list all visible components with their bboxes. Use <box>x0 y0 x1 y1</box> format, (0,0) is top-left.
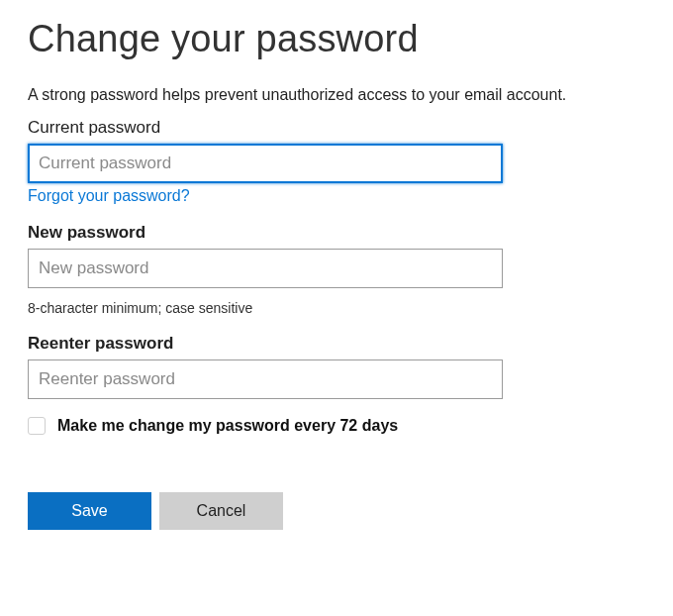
new-password-group: New password <box>28 223 645 288</box>
reenter-password-group: Reenter password <box>28 334 645 399</box>
expire-checkbox-row: Make me change my password every 72 days <box>28 417 645 435</box>
new-password-input[interactable] <box>28 249 503 288</box>
password-hint: 8-character minimum; case sensitive <box>28 300 645 316</box>
expire-checkbox-label[interactable]: Make me change my password every 72 days <box>57 417 398 435</box>
current-password-input[interactable] <box>28 144 503 183</box>
cancel-button[interactable]: Cancel <box>159 492 283 530</box>
expire-checkbox[interactable] <box>28 417 46 435</box>
save-button[interactable]: Save <box>28 492 151 530</box>
reenter-password-label: Reenter password <box>28 334 645 354</box>
current-password-group: Current password Forgot your password? <box>28 118 645 205</box>
current-password-label: Current password <box>28 118 645 138</box>
reenter-password-input[interactable] <box>28 359 503 399</box>
new-password-label: New password <box>28 223 645 243</box>
page-title: Change your password <box>28 18 645 60</box>
intro-text: A strong password helps prevent unauthor… <box>28 86 645 104</box>
forgot-password-link[interactable]: Forgot your password? <box>28 187 190 205</box>
button-row: Save Cancel <box>28 492 645 530</box>
